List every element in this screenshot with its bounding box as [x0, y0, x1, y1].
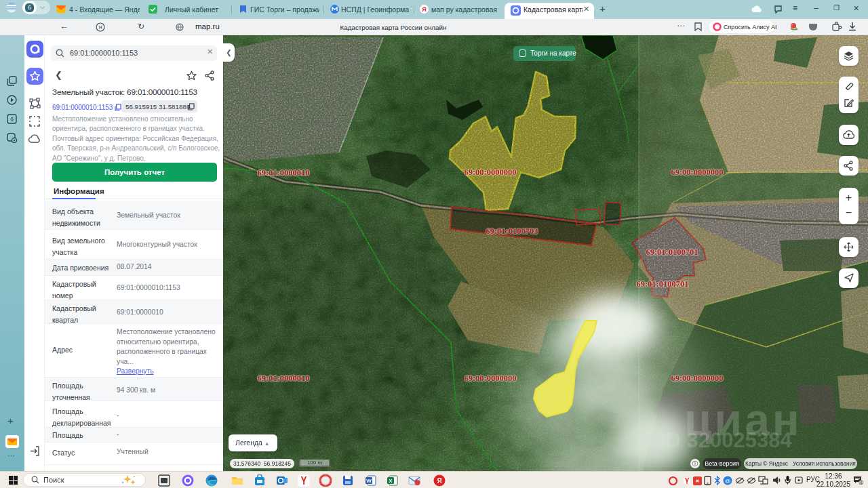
svg-text:69:01:0100701: 69:01:0100701 [636, 279, 688, 289]
svg-text:W: W [366, 478, 372, 484]
svg-text:69:00:0000000: 69:00:0000000 [671, 167, 723, 177]
svg-text:69:01:0100701: 69:01:0100701 [646, 247, 698, 257]
svg-text:69:01:0000010: 69:01:0000010 [257, 373, 309, 383]
svg-text:69:00:0000000: 69:00:0000000 [464, 167, 516, 177]
svg-text:@: @ [725, 478, 730, 484]
svg-text:Я: Я [98, 24, 102, 30]
svg-text:X: X [389, 478, 393, 484]
svg-text:Я: Я [422, 6, 426, 13]
svg-text:ID 320025384: ID 320025384 [660, 428, 793, 452]
svg-text:69:00:0000000: 69:00:0000000 [464, 373, 516, 383]
svg-text:Я: Я [437, 477, 441, 485]
svg-text:6: 6 [10, 116, 14, 123]
svg-text:69:01:0000010: 69:01:0000010 [257, 168, 309, 178]
svg-text:69:00:0000000: 69:00:0000000 [671, 373, 723, 383]
svg-text:69:01:0100703: 69:01:0100703 [486, 226, 538, 236]
